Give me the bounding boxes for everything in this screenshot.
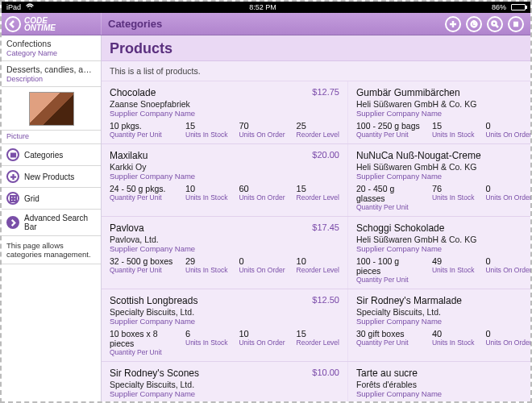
product-price: $10.00 [312,368,339,377]
sidebar-category-name[interactable]: Confections Category Name [2,35,101,61]
category-name-label: Category Name [6,49,96,57]
rl-label: Reorder Level [297,266,339,274]
qpu-value: 30 gift boxes [356,329,421,339]
status-bar: iPad 8:52 PM 86% [2,2,530,13]
uis-value: 49 [432,256,474,266]
product-card[interactable]: Maxilaku $20.00 Karkki Oy Supplier Compa… [102,144,347,216]
uis-value: 15 [185,121,227,131]
product-grid[interactable]: Chocolade $12.75 Zaanse Snoepfabriek Sup… [102,81,530,401]
description-value: Desserts, candies, and … [6,64,96,74]
sidebar-description[interactable]: Desserts, candies, and … Description [2,61,101,87]
sidebar: Confections Category Name Desserts, cand… [2,35,102,401]
supplier-name: Specialty Biscuits, Ltd. [356,307,530,317]
uis-label: Units In Stock [432,266,474,274]
product-name: Sir Rodney's Marmalade [356,295,462,306]
qpu-value: 100 - 250 g bags [356,121,421,131]
product-card[interactable]: Scottish Longbreads $12.50 Specialty Bis… [102,289,347,361]
product-card[interactable]: Schoggi Schokolade $43.90 Heli Süßwaren … [347,217,530,289]
product-card[interactable]: Sir Rodney's Scones $10.00 Specialty Bis… [102,362,347,401]
uoo-label: Units On Order [485,193,530,202]
uoo-value: 60 [239,184,285,193]
supplier-label: Supplier Company Name [110,317,339,326]
supplier-label: Supplier Company Name [356,389,530,398]
product-row: Maxilaku $20.00 Karkki Oy Supplier Compa… [102,144,530,217]
qpu-label: Quantity Per Unit [110,193,174,202]
product-name: Scottish Longbreads [110,295,197,306]
sidebar-picture[interactable] [2,87,101,131]
product-row: Chocolade $12.75 Zaanse Snoepfabriek Sup… [102,81,530,144]
qpu-label: Quantity Per Unit [110,348,174,356]
rl-value: 15 [297,329,339,339]
qpu-label: Quantity Per Unit [110,131,174,139]
page-header: Products [102,35,530,61]
supplier-label: Supplier Company Name [356,317,530,326]
rl-label: Reorder Level [297,193,339,202]
nav-new-products[interactable]: New Products [2,166,101,188]
sidebar-footer: This page allows categories management. [2,236,101,264]
search-button[interactable] [487,16,503,32]
product-row: Scottish Longbreads $12.50 Specialty Bis… [102,289,530,362]
uis-label: Units In Stock [185,131,227,139]
product-card[interactable]: Sir Rodney's Marmalade $81.00 Specialty … [347,289,530,361]
supplier-name: Forêts d'érables [356,380,530,389]
nav-categories[interactable]: Categories [2,144,101,166]
categories-icon [6,148,19,161]
qpu-label: Quantity Per Unit [356,276,421,284]
product-card[interactable]: Chocolade $12.75 Zaanse Snoepfabriek Sup… [102,81,347,143]
qpu-value: 100 - 100 g pieces [356,256,421,276]
picture-label: Picture [2,131,101,144]
qpu-value: 20 - 450 g glasses [356,184,421,203]
uoo-label: Units On Order [485,339,530,347]
page-subtitle: This is a list of products. [102,61,530,81]
supplier-name: Heli Süßwaren GmbH & Co. KG [356,99,530,109]
uoo-label: Units On Order [485,131,530,139]
nav-new-products-label: New Products [24,172,74,181]
svg-point-1 [492,21,496,25]
product-price: $12.50 [312,295,339,305]
uoo-value: 0 [485,184,530,193]
clock: 8:52 PM [249,3,276,11]
brand-line2: ONTIME [24,24,56,31]
uis-value: 29 [185,256,227,266]
uis-value: 40 [432,329,474,339]
page-title: Products [110,40,522,57]
uis-label: Units In Stock [185,193,227,202]
plus-icon [6,170,19,183]
uoo-label: Units On Order [485,266,530,274]
nav-advanced-search[interactable]: Advanced Search Bar [2,210,101,236]
uoo-value: 0 [485,329,530,339]
picture-thumb [29,92,74,126]
supplier-name: Specialty Biscuits, Ltd. [110,380,339,389]
add-button[interactable] [445,16,461,32]
menu-button[interactable] [508,16,524,32]
product-card[interactable]: NuNuCa Nuß-Nougat-Creme $14.00 Heli Süßw… [347,144,530,216]
supplier-label: Supplier Company Name [356,172,530,181]
back-button[interactable] [5,16,21,32]
uis-label: Units In Stock [185,339,227,347]
rl-label: Reorder Level [297,339,339,347]
supplier-name: Heli Süßwaren GmbH & Co. KG [356,235,530,244]
supplier-label: Supplier Company Name [356,244,530,253]
grid-icon [6,192,19,205]
header-title: Categories [102,18,445,30]
supplier-name: Pavlova, Ltd. [110,235,339,244]
product-row: Pavlova $17.45 Pavlova, Ltd. Supplier Co… [102,217,530,289]
product-card[interactable]: Gumbär Gummibärchen $31.23 Heli Süßwaren… [347,81,530,143]
product-name: Chocolade [110,87,156,98]
battery-icon [511,4,526,10]
product-price: $17.45 [312,222,339,232]
product-name: Pavlova [110,222,144,234]
refresh-button[interactable] [466,16,482,32]
qpu-label: Quantity Per Unit [356,131,421,139]
rl-value: 15 [297,184,339,193]
product-name: Gumbär Gummibärchen [356,87,460,98]
product-name: NuNuCa Nuß-Nougat-Creme [356,150,481,161]
uoo-value: 0 [485,121,530,131]
nav-grid[interactable]: Grid [2,188,101,210]
product-card[interactable]: Tarte au sucre $49.30 Forêts d'érables S… [347,362,530,401]
rl-value: 10 [297,256,339,266]
header-bar: CODE ONTIME Categories [2,13,530,35]
uis-label: Units In Stock [432,193,474,202]
product-card[interactable]: Pavlova $17.45 Pavlova, Ltd. Supplier Co… [102,217,347,289]
nav-categories-label: Categories [24,151,63,160]
